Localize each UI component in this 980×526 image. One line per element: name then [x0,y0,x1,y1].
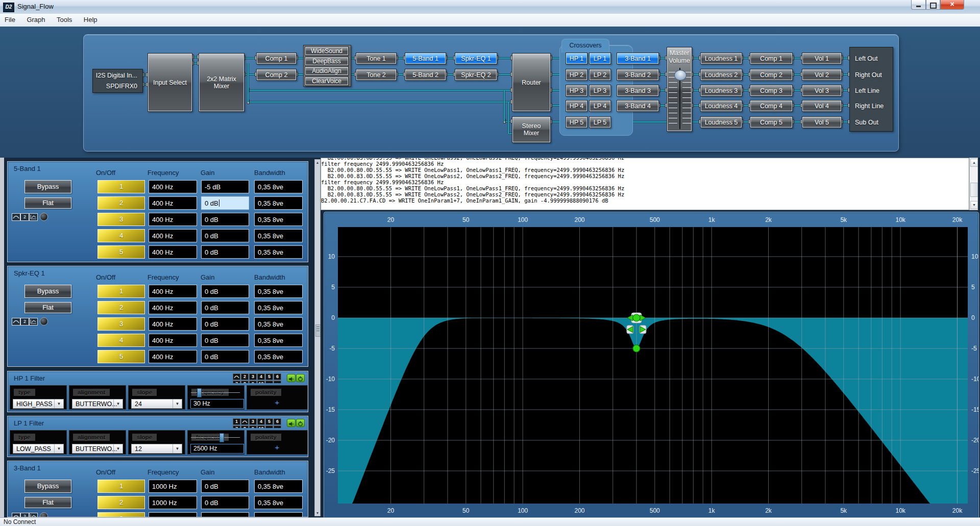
flow-block-3-band-4[interactable]: 3-Band 4 [617,100,659,112]
flow-block-lp-5[interactable]: LP 5 [589,116,611,128]
dropdown-slope[interactable]: 12▼ [131,444,182,454]
flat-button[interactable]: Flat [24,497,71,508]
filter-select-button[interactable]: 8 [241,425,249,428]
menu-tools[interactable]: Tools [52,14,77,26]
frequency-value[interactable]: 1000 Hz [149,480,197,493]
bandwidth-value[interactable]: 0,35 8ve [254,317,303,331]
polarity-value[interactable]: + [247,398,307,407]
input-source-block[interactable]: I2S Digital In...SPDIFRX0 [92,69,143,93]
panel-scrollbar[interactable]: ▲ ▼ [314,159,321,516]
gain-value[interactable]: 0 dB [201,213,249,226]
flow-block-clearvoice[interactable]: ClearVoice [305,77,349,86]
band-on-off-button[interactable]: 5 [97,245,145,259]
curve-tool-icon[interactable] [12,318,20,325]
console-scroll-thumb[interactable] [970,183,978,197]
bandwidth-value[interactable]: 0,35 8ve [254,229,303,242]
flat-button[interactable]: Flat [24,197,71,209]
curve-tool-icon[interactable] [12,213,20,221]
flow-block-lp-2[interactable]: LP 2 [589,69,611,81]
gain-value[interactable]: 0 dB [201,285,249,298]
scroll-up-icon[interactable]: ▲ [315,161,320,164]
gain-value[interactable]: 0 dB [201,496,249,509]
console-scroll-down-icon[interactable]: ▼ [970,201,978,209]
flow-block-lp-1[interactable]: LP 1 [589,53,611,64]
power-button[interactable] [296,419,305,427]
dropdown-type[interactable]: HIGH_PASS▼ [13,399,64,409]
band-on-off-button[interactable]: 1 [97,285,145,298]
title-bar[interactable]: D2 Signal_Flow × [0,0,980,14]
flow-block-hp-5[interactable]: HP 5 [566,116,587,128]
splitter-grip[interactable] [315,324,321,337]
dropdown-slope[interactable]: 24▼ [131,399,182,409]
flow-block-comp-1[interactable]: Comp 1 [750,53,793,64]
band-on-off-button[interactable]: 2 [97,301,145,314]
filter-select-button[interactable]: 6 [274,373,281,380]
active-filter-curve-icon[interactable] [241,418,249,425]
filter-select-button[interactable]: 10 [257,381,265,383]
flow-block-lp-4[interactable]: LP 4 [589,100,611,112]
crossovers-tab[interactable]: Crossovers [561,39,609,53]
gain-value[interactable]: 0 dB [201,301,249,314]
mute-button[interactable] [287,419,296,427]
band-on-off-button[interactable]: 2 [97,196,145,210]
frequency-value[interactable]: 400 Hz [149,350,197,363]
flat-button[interactable]: Flat [24,302,71,313]
band-on-off-button[interactable]: 3 [97,317,145,331]
filter-select-button[interactable]: 2 [241,373,249,380]
flow-block-loudness-1[interactable]: Loudness 1 [700,53,742,64]
flow-block-comp-2[interactable]: Comp 2 [256,69,297,81]
bandwidth-value[interactable]: 0,35 8ve [254,496,303,509]
frequency-value[interactable]: 400 Hz [149,285,197,298]
stereo-mixer-block[interactable]: Stereo Mixer [512,116,551,143]
console-scroll-up-icon[interactable]: ▲ [970,159,978,167]
bandwidth-value[interactable]: 0,35 8ve [254,245,303,259]
power-button[interactable] [296,374,305,382]
filter-select-button[interactable]: 9 [249,381,257,383]
filter-select-button[interactable]: 8 [241,381,249,383]
led-button[interactable] [40,512,48,517]
frequency-value[interactable]: 400 Hz [149,334,197,347]
flow-block-vol-4[interactable]: Vol 4 [802,100,842,112]
flow-block-tone-2[interactable]: Tone 2 [356,69,397,81]
flow-block-lp-3[interactable]: LP 3 [589,85,611,96]
filter-select-button[interactable]: 5 [265,418,273,425]
dropdown-alignment[interactable]: BUTTERWO...▼ [72,399,123,409]
input-select-block[interactable]: Input Select [148,53,192,112]
flow-block-5-band-1[interactable]: 5-Band 1 [405,53,446,64]
console-scrollbar[interactable]: ▲ ▼ [969,158,978,210]
minimize-button[interactable] [911,0,926,10]
flow-block-3-band-1[interactable]: 3-Band 1 [617,53,659,64]
frequency-value[interactable]: 400 Hz [149,317,197,331]
frequency-value[interactable]: 1000 Hz [149,496,197,509]
gain-handle[interactable] [633,345,640,352]
bypass-button[interactable]: Bypass [24,480,71,493]
filter-select-button[interactable]: 10 [257,425,265,428]
filter-select-button[interactable]: 9 [249,425,257,428]
band-on-off-button[interactable]: 4 [97,334,145,347]
bandwidth-value[interactable]: 0,35 8ve [254,480,303,493]
filter-select-button[interactable]: 4 [257,418,265,425]
band-on-off-button[interactable]: 1 [97,180,145,193]
menu-help[interactable]: Help [79,14,102,26]
gain-value[interactable]: -5 dB [201,180,249,193]
band-on-off-button[interactable]: 1 [97,480,145,493]
filter-select-button[interactable]: · [265,425,273,428]
bandwidth-value[interactable]: 0,35 8ve [254,213,303,226]
menu-file[interactable]: File [0,14,20,26]
frequency-value[interactable]: 400 Hz [149,229,197,242]
filter-select-button[interactable]: 1 [233,418,240,425]
router-block[interactable]: Router [512,53,551,112]
dropdown-alignment[interactable]: BUTTERWO...▼ [72,444,123,454]
bandwidth-value[interactable]: 0,35 8ve [254,512,303,517]
flow-block-vol-2[interactable]: Vol 2 [802,69,842,81]
led-button[interactable] [40,317,48,325]
matrix-mixer-block[interactable]: 2x2 Matrix Mixer [199,53,244,112]
frequency-slider-handle[interactable] [219,433,224,442]
filter-select-button[interactable]: 3 [249,418,257,425]
flow-block-comp-1[interactable]: Comp 1 [256,53,297,64]
active-filter-curve-icon[interactable] [233,373,240,380]
band-2-tool-button[interactable]: 2 [20,213,29,221]
dropdown-type[interactable]: LOW_PASS▼ [13,444,64,454]
gain-value-editing[interactable]: 0 dB [201,196,249,210]
gain-value[interactable]: 0 dB [201,480,249,493]
